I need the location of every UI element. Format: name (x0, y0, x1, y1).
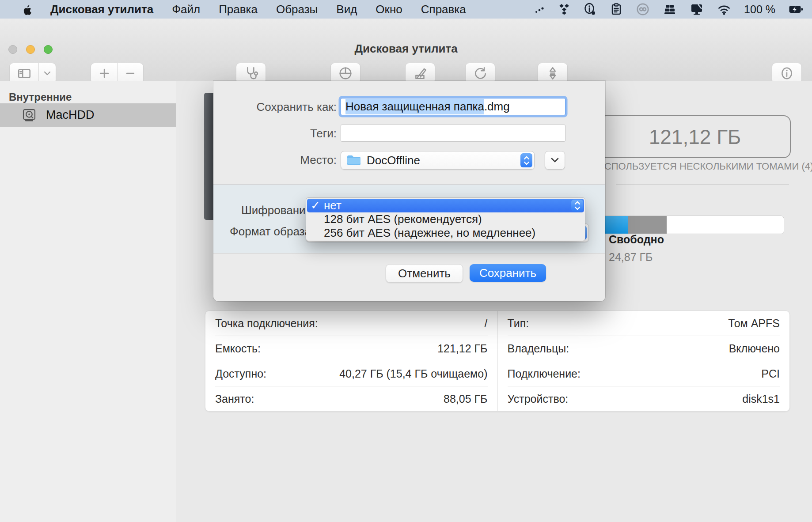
encryption-label: Шифрование (241, 204, 312, 217)
sidebar-item-machdd[interactable]: MacHDD (0, 103, 176, 127)
screen-sharing-icon[interactable] (689, 2, 704, 17)
row-label: Устройство: (508, 393, 569, 405)
table-row: Тип: Том APFS (508, 311, 780, 336)
erase-icon (413, 66, 428, 81)
stethoscope-icon (243, 66, 258, 81)
apple-icon (20, 3, 32, 16)
creative-cloud-icon[interactable] (635, 2, 650, 17)
menu-bar: Дисковая утилита Файл Правка Образы Вид … (0, 0, 812, 19)
row-value: 88,05 ГБ (444, 393, 487, 405)
minus-icon[interactable] (118, 66, 143, 81)
menu-file[interactable]: Файл (172, 3, 200, 16)
menu-images[interactable]: Образы (276, 3, 318, 16)
restore-icon (473, 66, 488, 81)
menu-item-none[interactable]: ✓ нет (307, 199, 584, 212)
disk-image-thumbnail (204, 93, 213, 220)
save-button[interactable]: Сохранить (470, 264, 546, 282)
view-button[interactable] (9, 63, 56, 84)
save-button-label: Сохранить (479, 266, 536, 280)
save-dialog: Сохранить как: Новая защищенная папка.dm… (213, 81, 605, 301)
clipboard-icon[interactable] (609, 2, 623, 17)
wifi-icon[interactable] (716, 2, 732, 17)
location-popup[interactable]: DocOffline (341, 151, 535, 170)
shared-volumes-note: ИСПОЛЬЗУЕТСЯ НЕСКОЛЬКИМИ ТОМАМИ (4) (597, 161, 812, 172)
sidebar-section-header: Внутренние (9, 91, 72, 103)
apple-menu[interactable] (20, 2, 32, 17)
filename-extension: .dmg (484, 100, 510, 113)
table-row: Емкость: 121,12 ГБ (215, 336, 488, 361)
location-stepper-icon (520, 153, 532, 167)
usage-bar-segment-free (667, 216, 784, 234)
expand-dialog-button[interactable] (545, 151, 565, 170)
table-row: Точка подключения: / (215, 311, 488, 336)
plus-icon[interactable] (91, 66, 117, 81)
row-label: Точка подключения: (215, 317, 318, 330)
info-circle-icon (779, 66, 794, 81)
menu-item-label: 128 бит AES (рекомендуется) (324, 212, 482, 226)
menubar-app-name[interactable]: Дисковая утилита (50, 3, 153, 16)
checkmark-icon: ✓ (311, 199, 324, 212)
window-chrome: Дисковая утилита Вид Том (0, 19, 812, 81)
table-row: Занято: 88,05 ГБ (215, 386, 488, 411)
unmount-icon (545, 66, 560, 81)
row-label: Емкость: (215, 342, 261, 355)
row-label: Доступно: (215, 367, 266, 380)
tags-field[interactable] (341, 125, 565, 142)
tags-label: Теги: (231, 127, 337, 140)
capacity-value: 121,12 ГБ (649, 125, 741, 149)
info-button[interactable] (772, 63, 802, 84)
menu-item-label: 256 бит AES (надежнее, но медленнее) (324, 226, 535, 240)
filename-field[interactable]: Новая защищенная папка.dmg (341, 98, 565, 115)
content-divider (616, 184, 789, 185)
table-row: Подключение: PCI (508, 361, 780, 386)
menu-item-aes256[interactable]: 256 бит AES (надежнее, но медленнее) (307, 226, 584, 240)
menu-view[interactable]: Вид (336, 3, 357, 16)
sidebar-view-icon (10, 66, 38, 81)
row-value: Включено (729, 342, 780, 355)
screen: Дисковая утилита Файл Правка Образы Вид … (0, 0, 812, 522)
row-label: Подключение: (508, 367, 581, 380)
sidebar-item-label: MacHDD (46, 108, 95, 122)
row-label: Тип: (508, 317, 529, 330)
folder-icon (346, 153, 361, 168)
location-label: Место: (231, 153, 337, 167)
usage-bar-segment-gray (628, 216, 667, 234)
encryption-menu: ✓ нет 128 бит AES (рекомендуется) 256 би… (306, 197, 585, 241)
menu-window[interactable]: Окно (376, 3, 402, 16)
legend-free-value: 24,87 ГБ (609, 251, 653, 264)
menu-edit[interactable]: Правка (219, 3, 258, 16)
menu-item-aes128[interactable]: 128 бит AES (рекомендуется) (307, 212, 584, 226)
legend-free-title: Свободно (609, 233, 664, 246)
table-row: Владельцы: Включено (508, 336, 780, 361)
info-badge-icon[interactable] (583, 2, 597, 17)
partition-icon (338, 66, 353, 81)
row-value: 40,27 ГБ (15,4 ГБ очищаемо) (339, 367, 487, 380)
menu-item-label: нет (324, 199, 341, 212)
volume-info-table: Точка подключения: / Емкость: 121,12 ГБ … (205, 310, 790, 412)
row-label: Владельцы: (508, 342, 569, 355)
menu-help[interactable]: Справка (421, 3, 466, 16)
image-format-label: Формат образа (230, 225, 311, 238)
table-row: Устройство: disk1s1 (508, 386, 780, 411)
internal-drive-icon (21, 108, 37, 123)
battery-charging-icon[interactable] (787, 2, 805, 17)
window-title: Дисковая утилита (0, 42, 812, 56)
sidebar: Внутренние MacHDD (0, 81, 176, 522)
chevron-down-icon (39, 66, 56, 81)
cancel-button[interactable]: Отменить (386, 264, 463, 283)
usage-bar (596, 216, 784, 234)
cancel-button-label: Отменить (398, 267, 451, 280)
row-value: PCI (761, 367, 780, 380)
location-value: DocOffline (367, 154, 420, 167)
table-row: Доступно: 40,27 ГБ (15,4 ГБ очищаемо) (215, 361, 488, 386)
activity-dots-icon[interactable] (534, 2, 545, 17)
row-value: Том APFS (728, 317, 780, 330)
filename-selected-text: Новая защищенная папка (345, 99, 484, 114)
volume-add-remove[interactable] (91, 63, 144, 84)
row-label: Занято: (215, 393, 254, 405)
battery-percent: 100 % (744, 3, 775, 16)
row-value: 121,12 ГБ (437, 342, 487, 355)
storage-stack-icon[interactable] (662, 2, 677, 17)
save-as-label: Сохранить как: (231, 100, 337, 114)
dropbox-icon[interactable] (557, 2, 571, 17)
